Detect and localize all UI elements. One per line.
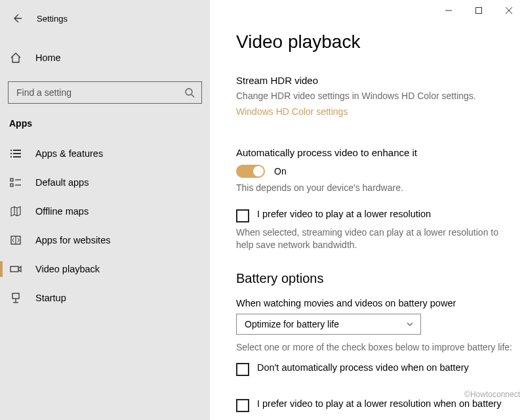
hdr-heading: Stream HDR video <box>236 75 524 86</box>
svg-rect-8 <box>10 178 13 181</box>
sidebar-item-label: Offline maps <box>35 206 89 217</box>
toggle-thumb <box>253 166 264 177</box>
lowres-desc: When selected, streaming video can play … <box>236 226 512 251</box>
close-button[interactable] <box>494 0 524 21</box>
svg-point-0 <box>186 89 192 95</box>
search-icon <box>184 87 195 98</box>
toggle-track <box>236 165 265 178</box>
lowres-checkbox[interactable] <box>236 209 249 222</box>
sidebar-item-label: Apps for websites <box>35 235 110 245</box>
minimize-icon <box>445 7 452 14</box>
maximize-icon <box>475 7 482 14</box>
main-panel: Video playback Stream HDR video Change H… <box>210 0 524 420</box>
sidebar-item-label: Apps & features <box>35 148 103 159</box>
battery-check2[interactable] <box>236 399 249 412</box>
back-button[interactable] <box>12 13 28 24</box>
svg-line-1 <box>191 94 194 97</box>
battery-dropdown-label: When watching movies and videos on batte… <box>236 298 524 308</box>
close-icon <box>506 7 512 14</box>
sidebar-item-offline-maps[interactable]: Offline maps <box>0 197 210 226</box>
watermark: ©Howtoconnect <box>464 390 520 399</box>
maximize-button[interactable] <box>464 0 494 21</box>
svg-rect-19 <box>476 8 482 14</box>
sidebar-item-default-apps[interactable]: Default apps <box>0 168 210 197</box>
sidebar-item-apps-websites[interactable]: Apps for websites <box>0 226 210 255</box>
sidebar: Settings Home Apps Apps & features <box>0 0 210 420</box>
page-title: Video playback <box>236 32 524 52</box>
window-title: Settings <box>37 14 68 24</box>
search-box[interactable] <box>8 81 202 104</box>
sidebar-item-startup[interactable]: Startup <box>0 284 210 312</box>
home-icon <box>9 52 22 64</box>
svg-rect-14 <box>10 266 18 272</box>
search-input[interactable] <box>15 87 184 98</box>
sidebar-home-label: Home <box>35 52 61 63</box>
auto-desc: This depends on your device's hardware. <box>236 182 512 194</box>
chevron-down-icon <box>406 320 414 328</box>
apps-websites-icon <box>9 234 22 246</box>
startup-icon <box>9 292 22 304</box>
default-apps-icon <box>9 177 22 188</box>
battery-note: Select one or more of the check boxes be… <box>236 341 524 354</box>
toggle-state-label: On <box>274 166 287 177</box>
battery-check2-label: I prefer video to play at a lower resolu… <box>257 398 501 409</box>
video-playback-icon <box>9 263 22 275</box>
auto-toggle[interactable]: On <box>236 165 524 178</box>
battery-check1-label: Don't automatically process video when o… <box>257 362 469 373</box>
sidebar-item-apps-features[interactable]: Apps & features <box>0 139 210 168</box>
battery-check1[interactable] <box>236 363 249 376</box>
sidebar-item-label: Video playback <box>35 264 100 274</box>
apps-features-icon <box>9 148 22 159</box>
battery-dropdown[interactable]: Optimize for battery life <box>236 314 421 335</box>
battery-dropdown-value: Optimize for battery life <box>245 319 339 329</box>
back-arrow-icon <box>12 13 22 24</box>
auto-heading: Automatically process video to enhance i… <box>236 147 524 158</box>
battery-heading: Battery options <box>236 271 524 286</box>
minimize-button[interactable] <box>433 0 464 21</box>
offline-maps-icon <box>9 205 22 217</box>
hdr-desc: Change HDR video settings in Windows HD … <box>236 90 512 102</box>
sidebar-item-label: Startup <box>35 293 66 303</box>
sidebar-item-label: Default apps <box>35 177 89 188</box>
sidebar-home[interactable]: Home <box>0 43 210 72</box>
sidebar-section-title: Apps <box>0 104 210 133</box>
hdr-link[interactable]: Windows HD Color settings <box>236 106 348 117</box>
lowres-label: I prefer video to play at a lower resolu… <box>257 209 431 219</box>
svg-rect-15 <box>12 293 19 299</box>
sidebar-item-video-playback[interactable]: Video playback <box>0 255 210 284</box>
svg-rect-10 <box>10 184 13 186</box>
